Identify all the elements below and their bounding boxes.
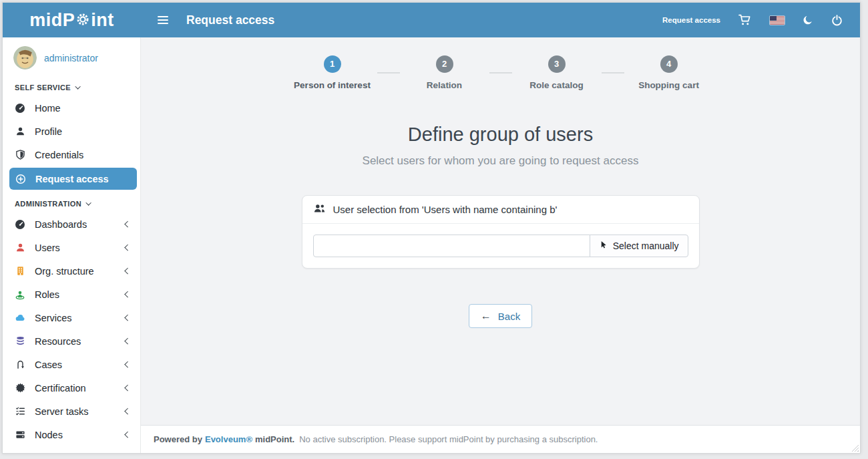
sidebar-item-services[interactable]: Services: [3, 306, 140, 329]
section-administration[interactable]: ADMINISTRATION: [3, 191, 140, 212]
username-link[interactable]: administrator: [44, 53, 98, 63]
certificate-icon: [13, 383, 27, 393]
step-role-catalog[interactable]: 3 Role catalog: [517, 55, 596, 90]
user-selection-input[interactable]: [313, 235, 590, 257]
logo-text-pre: midP: [29, 10, 75, 31]
sidebar-item-cases[interactable]: Cases: [3, 353, 140, 376]
page-title: Request access: [186, 13, 274, 27]
sidebar-item-certification[interactable]: Certification: [3, 376, 140, 400]
request-access-link[interactable]: Request access: [662, 16, 720, 24]
content-subtitle: Select users for whom you are going to r…: [141, 154, 860, 168]
role-icon: [13, 289, 27, 300]
avatar[interactable]: [13, 46, 37, 69]
resize-handle[interactable]: [851, 444, 859, 452]
sidebar-item-profile[interactable]: Profile: [3, 120, 140, 143]
panel-header: User selection from 'Users with name con…: [302, 196, 699, 224]
chevron-left-icon: [124, 385, 130, 391]
user-icon: [13, 126, 27, 136]
cloud-icon: [13, 313, 27, 323]
chevron-down-icon: [75, 84, 80, 89]
sidebar-item-resources[interactable]: Resources: [3, 329, 140, 353]
shield-icon: [13, 150, 27, 160]
step-connector: [602, 72, 624, 73]
step-number: 1: [324, 55, 341, 73]
step-person-of-interest[interactable]: 1 Person of interest: [293, 55, 372, 90]
power-icon[interactable]: [831, 15, 843, 26]
select-manually-label: Select manually: [613, 241, 679, 251]
panel-header-text: User selection from 'Users with name con…: [333, 204, 558, 215]
sidebar-item-request-access[interactable]: Request access: [9, 168, 137, 190]
step-label: Shopping cart: [630, 80, 708, 90]
chevron-left-icon: [124, 245, 130, 251]
chevron-left-icon: [124, 338, 130, 344]
users-icon: [313, 203, 326, 216]
user-selection-panel: User selection from 'Users with name con…: [302, 195, 700, 269]
wizard-steps: 1 Person of interest 2 Relation 3 Role c…: [141, 37, 860, 90]
server-icon: [13, 430, 27, 440]
chevron-left-icon: [124, 408, 130, 414]
footer-midpoint: midPoint.: [255, 434, 294, 444]
chevron-left-icon: [124, 432, 130, 438]
moon-icon[interactable]: [803, 15, 813, 25]
chevron-left-icon: [124, 221, 130, 227]
sidebar: administrator SELF SERVICE Home Profile …: [3, 37, 141, 453]
back-arrow-icon: ←: [481, 310, 491, 322]
chevron-left-icon: [124, 315, 130, 321]
step-label: Relation: [405, 80, 484, 90]
step-connector: [489, 72, 512, 73]
pointer-icon: [599, 240, 608, 252]
step-number: 3: [548, 55, 566, 73]
cart-icon[interactable]: [738, 14, 752, 26]
circle-plus-icon: [14, 174, 27, 184]
footer: Powered by Evolveum® midPoint. No active…: [141, 425, 860, 453]
step-number: 4: [660, 55, 678, 73]
task-list-icon: [13, 406, 27, 416]
chevron-left-icon: [124, 268, 130, 274]
user-icon: [13, 243, 27, 253]
step-number: 2: [436, 55, 453, 73]
sidebar-item-server-tasks[interactable]: Server tasks: [3, 400, 140, 423]
sidebar-item-roles[interactable]: Roles: [3, 283, 140, 306]
app-window: midPint Request access Request access ad…: [2, 2, 861, 454]
chevron-left-icon: [124, 291, 130, 297]
database-icon: [13, 336, 27, 346]
case-flow-icon: [13, 359, 27, 369]
footer-powered-by: Powered by: [154, 434, 202, 444]
sidebar-item-users[interactable]: Users: [3, 236, 140, 259]
select-manually-button[interactable]: Select manually: [590, 235, 688, 257]
step-label: Role catalog: [517, 80, 596, 90]
footer-subscription-text: No active subscription. Please support m…: [299, 434, 598, 444]
content-title: Define group of users: [141, 124, 860, 146]
panel-body: Select manually: [302, 224, 699, 268]
back-button[interactable]: ← Back: [469, 304, 532, 328]
step-connector: [377, 72, 400, 73]
topbar-actions: Request access: [662, 14, 860, 26]
back-button-label: Back: [498, 311, 520, 322]
section-self-service[interactable]: SELF SERVICE: [3, 75, 140, 96]
midpoint-logo[interactable]: midPint: [3, 10, 141, 31]
gear-icon: [75, 10, 90, 31]
chevron-left-icon: [124, 361, 130, 367]
footer-evolveum-link[interactable]: Evolveum®: [205, 434, 252, 444]
sidebar-item-credentials[interactable]: Credentials: [3, 143, 140, 166]
main-content: 1 Person of interest 2 Relation 3 Role c…: [141, 37, 860, 453]
building-icon: [13, 266, 27, 276]
us-flag-icon[interactable]: [770, 16, 785, 25]
sidebar-item-home[interactable]: Home: [3, 96, 140, 120]
dashboard-icon: [13, 103, 27, 114]
top-navbar: midPint Request access Request access: [3, 3, 860, 37]
menu-icon[interactable]: [155, 13, 171, 27]
logo-text-post: int: [91, 10, 114, 31]
step-relation[interactable]: 2 Relation: [405, 55, 484, 90]
sidebar-item-dashboards[interactable]: Dashboards: [3, 212, 140, 236]
step-label: Person of interest: [293, 80, 372, 90]
step-shopping-cart[interactable]: 4 Shopping cart: [630, 55, 708, 90]
sidebar-item-nodes[interactable]: Nodes: [3, 423, 140, 446]
dashboard-icon: [13, 219, 27, 230]
user-panel: administrator: [3, 37, 140, 75]
user-selection-input-group: Select manually: [313, 235, 688, 257]
sidebar-item-org-structure[interactable]: Org. structure: [3, 259, 140, 283]
chevron-down-icon: [85, 200, 91, 205]
